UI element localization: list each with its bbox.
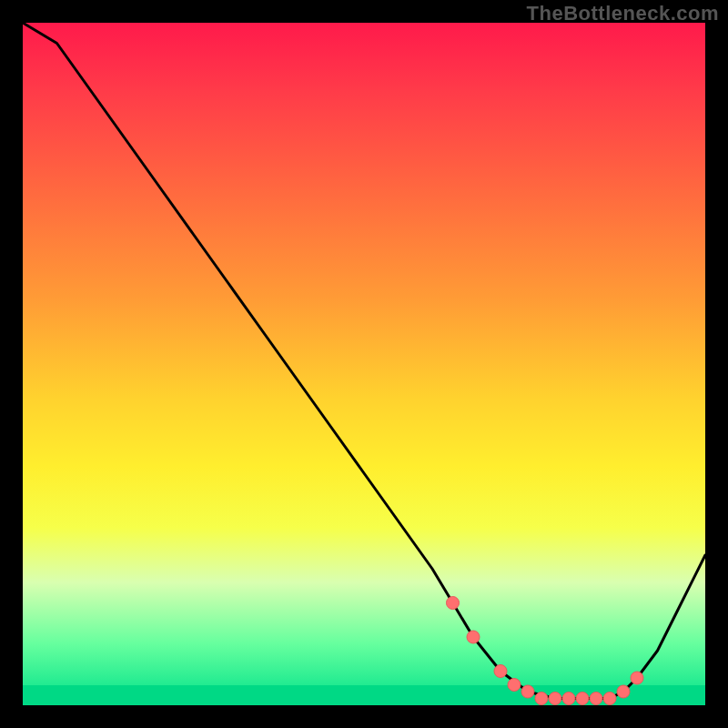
curve-marker bbox=[576, 693, 589, 705]
curve-marker bbox=[603, 693, 616, 705]
curve-marker bbox=[562, 693, 575, 705]
marker-group bbox=[447, 597, 644, 705]
curve-marker bbox=[467, 631, 480, 643]
curve-marker bbox=[631, 672, 643, 684]
curve-marker bbox=[494, 665, 507, 678]
curve-marker bbox=[508, 679, 521, 692]
curve-marker bbox=[535, 693, 548, 705]
curve-marker bbox=[617, 685, 630, 698]
curve-marker bbox=[521, 685, 534, 698]
watermark-text: TheBottleneck.com bbox=[527, 2, 719, 25]
curve-layer bbox=[23, 23, 705, 705]
curve-marker bbox=[447, 597, 460, 610]
curve-marker bbox=[549, 693, 561, 705]
plot-area bbox=[23, 23, 705, 705]
curve-marker bbox=[590, 693, 602, 705]
chart-stage: TheBottleneck.com bbox=[0, 0, 728, 728]
bottleneck-curve bbox=[23, 23, 705, 699]
